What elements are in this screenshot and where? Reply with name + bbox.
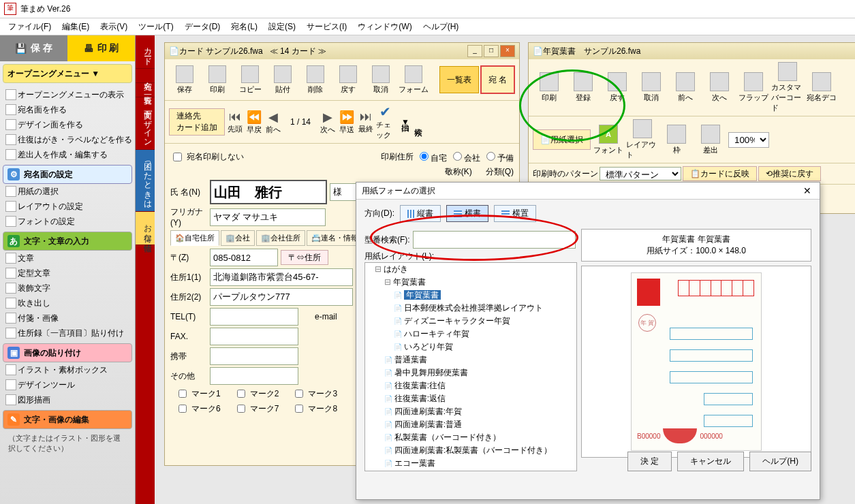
list-view-button[interactable]: 一覧表 (439, 66, 479, 93)
tree-item[interactable]: ハローキティ年賀 (394, 328, 576, 341)
menu-service[interactable]: サービス(I) (301, 18, 352, 35)
sidebar-item-atena[interactable]: 宛名面を作る (3, 102, 132, 117)
sidebar-item-sticky[interactable]: 付箋・画像 (3, 311, 132, 326)
sidebar-head-image[interactable]: ▣画像の貼り付け (3, 343, 132, 362)
tree-item[interactable]: 私製葉書（バーコード付き） (384, 431, 576, 444)
reflect-button[interactable]: 📋 カードに反映 (683, 166, 757, 181)
sidebar-item-template[interactable]: 定型文章 (3, 266, 132, 281)
tab-joint[interactable]: 📇連名・情報 (307, 230, 363, 246)
mark8-checkbox[interactable] (295, 405, 303, 413)
paper-select-button[interactable]: 📄 用紙選択 (533, 129, 591, 150)
vtab-design[interactable]: 文面デザイン (136, 97, 155, 150)
tel-input[interactable] (210, 308, 298, 326)
close-button[interactable]: × (500, 45, 515, 57)
nav-next[interactable]: ▶次へ (319, 110, 337, 135)
nav-fastback[interactable]: ⏪早戻 (245, 110, 263, 135)
mark1-checkbox[interactable] (178, 390, 187, 398)
tb-delete[interactable]: 削除 (300, 62, 331, 97)
r-print[interactable]: 印刷 (533, 72, 565, 103)
mark7-checkbox[interactable] (237, 405, 245, 413)
dir-vertical-button[interactable]: 縦書 (400, 205, 441, 222)
addr-company-radio[interactable] (453, 152, 462, 161)
tree-item[interactable]: 往復葉書:返信 (384, 392, 576, 405)
tb-copy[interactable]: コピー (234, 62, 266, 97)
tb-save[interactable]: 保存 (169, 62, 200, 97)
tree-item[interactable]: いろどり年賀 (394, 341, 576, 353)
sidebar-item-opening[interactable]: オープニングメニューの表示 (3, 87, 132, 102)
dir-landscape-button[interactable]: 横置 (494, 205, 536, 222)
r-sender[interactable]: 差出 (694, 125, 727, 155)
ok-button[interactable]: 決 定 (627, 452, 672, 471)
add-contact-button[interactable]: 連絡先 カード追加 (169, 108, 225, 136)
r-layout[interactable]: レイアウト (626, 119, 659, 160)
r-next[interactable]: 次へ (703, 72, 736, 103)
other-input[interactable] (210, 367, 298, 385)
fax-input[interactable] (210, 328, 298, 345)
vtab-help[interactable]: 困ったときは (136, 150, 155, 212)
mark3-checkbox[interactable] (295, 390, 303, 398)
save-button[interactable]: 💾 保 存 (0, 35, 67, 61)
sidebar-item-sender[interactable]: 差出人を作成・編集する (3, 147, 132, 162)
zoom-select[interactable]: 100% (728, 132, 769, 148)
vtab-atena[interactable]: 宛名 (136, 69, 155, 83)
print-button[interactable]: 🖶 印 刷 (67, 35, 135, 61)
name-view-button[interactable]: 宛 名 (480, 65, 515, 94)
sidebar-item-balloon[interactable]: 吹き出し (3, 296, 132, 311)
vtab-card[interactable]: カード (136, 35, 155, 69)
menu-window[interactable]: ウィンドウ(W) (352, 18, 417, 35)
mobile-input[interactable] (210, 347, 298, 365)
menu-settings[interactable]: 設定(S) (263, 18, 301, 35)
tb-paste[interactable]: 貼付 (267, 62, 298, 97)
nav-last[interactable]: ⏭最終 (357, 110, 375, 134)
tab-company-addr[interactable]: 🏢会社住所 (256, 230, 305, 246)
r-flap[interactable]: フラップ (737, 72, 770, 103)
tb-undo[interactable]: 戻す (332, 62, 364, 97)
addr-home-radio[interactable] (420, 152, 429, 161)
furigana-input[interactable] (210, 208, 326, 226)
minimize-button[interactable]: _ (467, 45, 482, 57)
tb-redo[interactable]: 取消 (365, 62, 397, 97)
sidebar-item-illust[interactable]: イラスト・素材ボックス (3, 362, 132, 377)
r-redo[interactable]: 取消 (635, 72, 668, 103)
sidebar-item-text[interactable]: 文章 (3, 251, 132, 266)
menu-edit[interactable]: 編集(E) (57, 18, 95, 35)
tree-item[interactable]: 四面連刷葉書:普通 (384, 418, 576, 431)
tree-nenga-folder[interactable]: 年賀葉書 (384, 276, 576, 289)
tab-company[interactable]: 🏢会社 (221, 230, 255, 246)
sidebar-item-design[interactable]: デザイン面を作る (3, 117, 132, 132)
addr-spare-radio[interactable] (486, 152, 495, 161)
r-frame[interactable]: 枠 (660, 125, 693, 155)
sidebar-item-shape[interactable]: 図形描画 (3, 392, 132, 407)
sidebar-head-settings[interactable]: ⚙宛名面の設定 (3, 165, 132, 184)
vtab-info[interactable]: お得な情報 (136, 212, 155, 245)
sidebar-item-designtool[interactable]: デザインツール (3, 377, 132, 392)
tree-nenga-selected[interactable]: 年賀葉書 (404, 290, 441, 300)
r-undo[interactable]: 戻す (601, 72, 634, 103)
nav-first[interactable]: ⏮先頭 (226, 110, 244, 134)
tree-item[interactable]: 往復葉書:往信 (384, 379, 576, 392)
sidebar-head-edit[interactable]: ✎文字・画像の編集 (3, 410, 132, 429)
zip-convert-button[interactable]: 〒⇔住所 (281, 250, 328, 265)
tab-home-addr[interactable]: 🏠自宅住所 (170, 230, 219, 246)
opening-menu-button[interactable]: オープニングメニュー ▼ (3, 64, 132, 83)
tree-item[interactable]: 暑中見舞用郵便葉書 (384, 366, 576, 379)
menu-view[interactable]: 表示(V) (95, 18, 133, 35)
no-print-checkbox[interactable] (173, 153, 182, 161)
recommend-button[interactable]: ⟲ 推奨に戻す (758, 166, 821, 181)
tb-form[interactable]: フォーム (398, 62, 429, 97)
menu-tool[interactable]: ツール(T) (133, 18, 178, 35)
tree-item[interactable]: 四面連刷葉書:私製葉書（バーコード付き） (384, 444, 576, 457)
menu-file[interactable]: ファイル(F) (3, 18, 57, 35)
nav-fastfwd[interactable]: ⏩早送 (338, 110, 356, 135)
r-prev[interactable]: 前へ (669, 72, 702, 103)
sidebar-item-font[interactable]: フォントの設定 (3, 214, 132, 229)
mark6-checkbox[interactable] (178, 405, 187, 413)
pattern-select[interactable]: 標準パターン (600, 167, 681, 180)
r-font[interactable]: Aフォント (592, 125, 625, 155)
cancel-button[interactable]: キャンセル (677, 452, 744, 471)
mark2-checkbox[interactable] (237, 390, 245, 398)
sidebar-item-deco[interactable]: 装飾文字 (3, 281, 132, 296)
menu-data[interactable]: データ(D) (179, 18, 226, 35)
model-search-input[interactable] (413, 231, 576, 249)
dialog-close-button[interactable]: ✕ (800, 185, 814, 196)
